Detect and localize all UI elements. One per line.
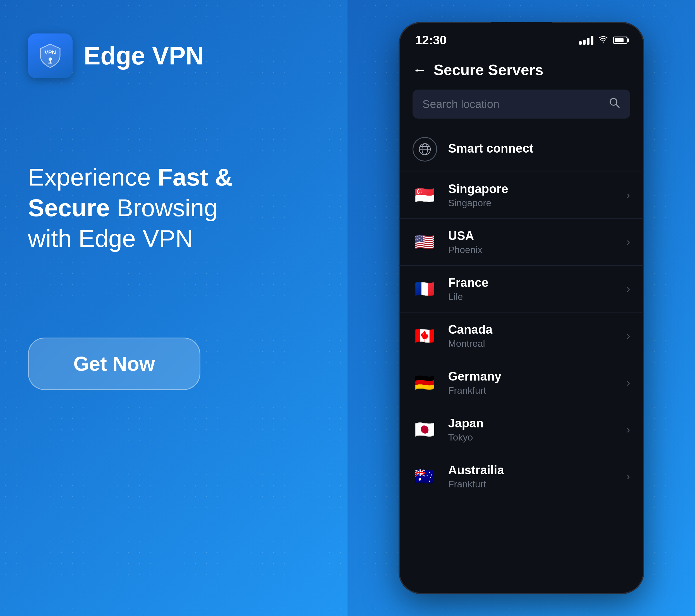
app-header: ← Secure Servers bbox=[399, 53, 644, 84]
svg-line-5 bbox=[616, 104, 619, 107]
server-item-japan[interactable]: 🇯🇵 Japan Tokyo › bbox=[399, 406, 644, 453]
server-item-australia[interactable]: 🇦🇺 Austrailia Frankfurt › bbox=[399, 453, 644, 500]
app-name: Edge VPN bbox=[84, 41, 204, 70]
left-panel: VPN Edge VPN Experience Fast & Secure Br… bbox=[0, 0, 348, 616]
right-panel: 12:30 bbox=[348, 0, 695, 616]
usa-info: USA Phoenix bbox=[448, 229, 627, 255]
flag-germany: 🇩🇪 bbox=[412, 370, 437, 395]
hero-line1: Experience Fast & bbox=[28, 162, 233, 193]
hero-text: Experience Fast & Secure Browsing with E… bbox=[28, 162, 233, 254]
hero-line2: Secure Browsing bbox=[28, 193, 233, 223]
chevron-icon: › bbox=[626, 283, 630, 295]
globe-icon bbox=[412, 137, 437, 161]
smart-connect-info: Smart connect bbox=[448, 141, 630, 157]
server-item-usa[interactable]: 🇺🇸 USA Phoenix › bbox=[399, 219, 644, 266]
search-bar[interactable]: Search location bbox=[412, 90, 630, 119]
page-title: Secure Servers bbox=[434, 61, 543, 78]
flag-japan: 🇯🇵 bbox=[412, 417, 437, 442]
flag-usa: 🇺🇸 bbox=[412, 230, 437, 254]
status-icons bbox=[579, 34, 627, 46]
flag-singapore: 🇸🇬 bbox=[412, 183, 437, 208]
singapore-city: Singapore bbox=[448, 197, 627, 208]
canada-name: Canada bbox=[448, 322, 627, 336]
vpn-logo: VPN bbox=[28, 34, 72, 78]
search-placeholder: Search location bbox=[423, 98, 609, 110]
hero-line3: with Edge VPN bbox=[28, 223, 233, 254]
japan-name: Japan bbox=[448, 416, 627, 430]
usa-city: Phoenix bbox=[448, 244, 627, 255]
singapore-name: Singapore bbox=[448, 182, 627, 196]
logo-row: VPN Edge VPN bbox=[28, 34, 204, 78]
germany-info: Germany Frankfurt bbox=[448, 369, 627, 396]
france-name: France bbox=[448, 276, 627, 289]
japan-info: Japan Tokyo bbox=[448, 416, 627, 443]
chevron-icon: › bbox=[626, 423, 630, 436]
svg-text:VPN: VPN bbox=[45, 49, 56, 55]
back-button[interactable]: ← bbox=[412, 61, 427, 78]
australia-city: Frankfurt bbox=[448, 479, 627, 490]
server-item-canada[interactable]: 🇨🇦 Canada Montreal › bbox=[399, 313, 644, 359]
singapore-info: Singapore Singapore bbox=[448, 182, 627, 208]
server-item-france[interactable]: 🇫🇷 France Lile › bbox=[399, 266, 644, 313]
smart-connect-name: Smart connect bbox=[448, 141, 630, 155]
search-icon[interactable] bbox=[609, 97, 620, 111]
chevron-icon: › bbox=[626, 330, 630, 342]
chevron-icon: › bbox=[626, 470, 630, 483]
phone-mockup: 12:30 bbox=[399, 22, 644, 594]
flag-france: 🇫🇷 bbox=[412, 277, 437, 301]
server-item-germany[interactable]: 🇩🇪 Germany Frankfurt › bbox=[399, 359, 644, 406]
chevron-icon: › bbox=[626, 376, 630, 389]
svg-point-1 bbox=[49, 57, 52, 61]
germany-name: Germany bbox=[448, 369, 627, 383]
france-city: Lile bbox=[448, 291, 627, 302]
japan-city: Tokyo bbox=[448, 432, 627, 443]
chevron-icon: › bbox=[626, 236, 630, 248]
server-item-smart-connect[interactable]: Smart connect bbox=[399, 127, 644, 172]
battery-icon bbox=[613, 37, 627, 44]
app-content: ← Secure Servers Search location bbox=[399, 53, 644, 594]
flag-australia: 🇦🇺 bbox=[412, 464, 437, 489]
server-item-singapore[interactable]: 🇸🇬 Singapore Singapore › bbox=[399, 172, 644, 219]
flag-canada: 🇨🇦 bbox=[412, 323, 437, 348]
canada-city: Montreal bbox=[448, 338, 627, 349]
server-list: Smart connect 🇸🇬 Singapore Singapore › 🇺… bbox=[399, 127, 644, 594]
germany-city: Frankfurt bbox=[448, 385, 627, 396]
usa-name: USA bbox=[448, 229, 627, 243]
status-time: 12:30 bbox=[415, 33, 447, 47]
australia-name: Austrailia bbox=[448, 463, 627, 477]
phone-notch bbox=[491, 22, 552, 37]
wifi-icon bbox=[598, 34, 609, 46]
get-now-button[interactable]: Get Now bbox=[28, 338, 200, 390]
france-info: France Lile bbox=[448, 276, 627, 302]
australia-info: Austrailia Frankfurt bbox=[448, 463, 627, 490]
chevron-icon: › bbox=[626, 189, 630, 201]
signal-icon bbox=[579, 36, 593, 45]
canada-info: Canada Montreal bbox=[448, 322, 627, 349]
